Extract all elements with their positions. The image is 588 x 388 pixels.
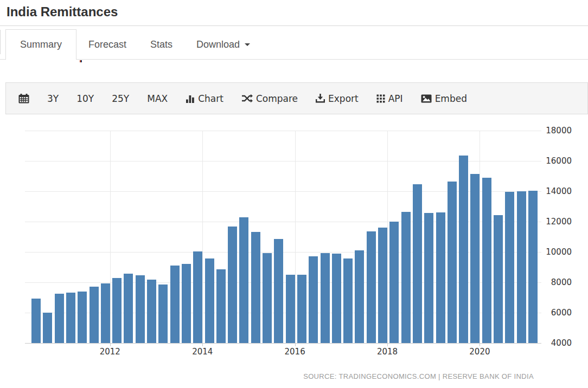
chart-bar[interactable] <box>528 191 538 343</box>
chart-bar[interactable] <box>343 258 353 343</box>
tab-label: Stats <box>150 39 172 50</box>
calendar-icon <box>18 94 29 104</box>
chart-bar[interactable] <box>367 231 376 343</box>
chart-bar[interactable] <box>216 269 226 343</box>
toolbar-button-label: 25Y <box>112 93 129 104</box>
chart-bar[interactable] <box>90 287 99 343</box>
toolbar-button-label: Compare <box>256 93 298 104</box>
y-axis-label: 12000 <box>546 217 572 227</box>
toolbar-button-label: Embed <box>435 93 467 104</box>
compare-icon <box>241 94 253 103</box>
tab-label: Summary <box>20 39 62 50</box>
export-icon <box>316 94 325 103</box>
title-divider <box>0 25 588 26</box>
chart-bar[interactable] <box>158 284 168 343</box>
chart-bar[interactable] <box>205 258 214 343</box>
chart-toolbar: 3Y10Y25YMAXChartCompareExportAPIEmbed <box>5 82 588 114</box>
chart-bar[interactable] <box>78 292 87 343</box>
x-axis-label: 2020 <box>462 347 497 357</box>
chart-button[interactable]: Chart <box>186 93 223 104</box>
tab-bar: SummaryForecastStatsDownload <box>5 29 262 60</box>
range-max-button[interactable]: MAX <box>147 93 168 104</box>
api-icon <box>376 94 385 103</box>
chart-bar[interactable] <box>470 174 480 343</box>
tab-label: Download <box>196 39 240 50</box>
y-axis-label: 16000 <box>546 156 572 166</box>
chart-bar[interactable] <box>263 253 272 343</box>
clipped-fragment <box>81 60 82 62</box>
chart-bar[interactable] <box>482 178 491 343</box>
range-10y-button[interactable]: 10Y <box>76 93 94 104</box>
chart-bar[interactable] <box>43 313 52 343</box>
gridline-horizontal <box>25 131 541 131</box>
chart-bar[interactable] <box>182 264 191 343</box>
toolbar-button-label: 3Y <box>47 93 59 104</box>
gridline-vertical <box>110 131 111 343</box>
toolbar-button-label: API <box>388 93 403 104</box>
chart-bar[interactable] <box>424 213 433 343</box>
embed-icon <box>421 94 432 103</box>
api-button[interactable]: API <box>376 93 403 104</box>
page-title: India Remittances <box>7 4 118 20</box>
chart-bar[interactable] <box>286 275 295 343</box>
chart-bar[interactable] <box>136 275 145 343</box>
chart-bar[interactable] <box>297 275 306 343</box>
left-edge-divider <box>0 30 1 54</box>
gridline-vertical <box>295 131 296 343</box>
toolbar-button-label: 10Y <box>76 93 94 104</box>
chart-area: 4000600080001000012000140001600018000201… <box>0 114 588 388</box>
range-3y-button[interactable]: 3Y <box>47 93 59 104</box>
y-axis-label: 18000 <box>546 126 572 135</box>
range-25y-button[interactable]: 25Y <box>112 93 129 104</box>
chart-bar[interactable] <box>494 215 503 343</box>
trading-economics-page: India Remittances SummaryForecastStatsDo… <box>0 0 588 388</box>
tab-stats[interactable]: Stats <box>138 29 184 60</box>
embed-button[interactable]: Embed <box>421 93 467 104</box>
chart-bar[interactable] <box>436 212 445 343</box>
x-axis-label: 2018 <box>370 347 405 357</box>
chart-bar[interactable] <box>505 192 514 343</box>
chart-bar[interactable] <box>170 266 180 343</box>
chart-bar[interactable] <box>448 182 457 343</box>
chart-bar[interactable] <box>124 274 133 343</box>
chart-bar[interactable] <box>66 293 75 343</box>
chart-bar[interactable] <box>274 239 283 343</box>
tab-forecast[interactable]: Forecast <box>76 29 138 60</box>
tab-summary[interactable]: Summary <box>5 29 76 60</box>
chart-bar[interactable] <box>31 299 41 343</box>
y-axis-label: 6000 <box>546 308 572 318</box>
y-axis-label: 8000 <box>546 277 572 287</box>
chart-bar[interactable] <box>101 283 110 343</box>
toolbar-button-label: Chart <box>198 93 223 104</box>
chart-bar[interactable] <box>251 232 260 343</box>
toolbar-button-label: Export <box>328 93 359 104</box>
chart-bar[interactable] <box>239 217 248 343</box>
gridline-vertical <box>387 131 388 343</box>
chart-bar[interactable] <box>193 251 202 343</box>
tab-label: Forecast <box>88 39 126 50</box>
compare-button[interactable]: Compare <box>241 93 298 104</box>
source-credit: SOURCE: TRADINGECONOMICS.COM | RESERVE B… <box>303 372 534 380</box>
chart-bar[interactable] <box>389 222 399 343</box>
toolbar-button-label: MAX <box>147 93 168 104</box>
chart-bar[interactable] <box>228 227 237 343</box>
chart-bar[interactable] <box>55 294 64 343</box>
chart-bar[interactable] <box>459 156 468 343</box>
y-axis-label: 4000 <box>546 338 572 348</box>
chart-bar[interactable] <box>401 212 411 343</box>
chart-bar[interactable] <box>413 184 422 343</box>
chart-bar[interactable] <box>355 250 364 343</box>
chart-columns-icon <box>186 94 195 103</box>
chart-bar[interactable] <box>517 191 526 343</box>
chevron-down-icon <box>245 43 250 46</box>
tab-download[interactable]: Download <box>184 29 262 60</box>
x-axis-label: 2014 <box>185 347 220 357</box>
chart-bar[interactable] <box>378 228 387 343</box>
chart-bar[interactable] <box>321 253 330 343</box>
chart-bar[interactable] <box>332 254 341 343</box>
calendar-button[interactable] <box>18 94 29 104</box>
chart-bar[interactable] <box>112 278 122 343</box>
chart-bar[interactable] <box>309 256 318 343</box>
export-button[interactable]: Export <box>316 93 359 104</box>
chart-bar[interactable] <box>147 280 156 343</box>
